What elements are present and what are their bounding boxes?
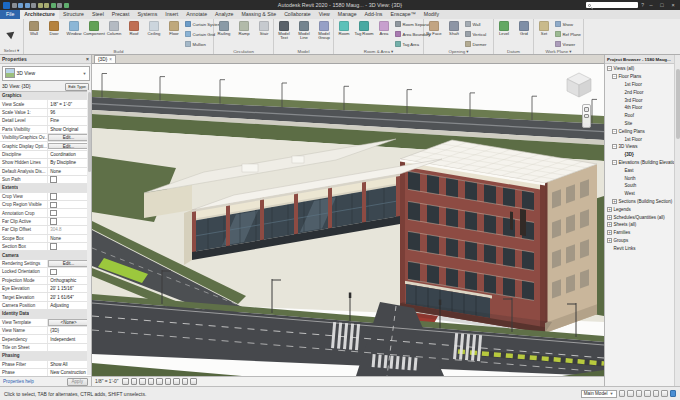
property-row[interactable]: Crop Region Visible [0, 201, 91, 209]
shadows-icon[interactable] [148, 378, 155, 385]
panel-label-build[interactable]: Build [24, 49, 213, 54]
drag-on-selection-icon[interactable] [661, 390, 668, 397]
panel-label-circulation[interactable]: Circulation [214, 49, 273, 54]
ribbon-tool[interactable]: Curtain System [184, 19, 214, 29]
tree-toggle-icon[interactable] [618, 168, 623, 173]
panel-label-select[interactable]: Select ▾ [0, 48, 23, 54]
property-row[interactable]: Camera Position Adjusting [0, 302, 91, 310]
ribbon-tool[interactable]: Ceiling [144, 19, 164, 49]
ribbon-tool[interactable]: Room Separator [394, 19, 424, 29]
ribbon-tool[interactable]: Door [44, 19, 64, 49]
tree-toggle-icon[interactable] [618, 113, 623, 118]
ribbon-tool[interactable]: Model Group [314, 19, 334, 49]
tree-toggle-icon[interactable]: + [607, 230, 612, 235]
property-row[interactable]: Discipline Coordination [0, 151, 91, 159]
default-3d-view-icon[interactable] [51, 3, 56, 8]
property-row[interactable]: Visibility/Graphics Ov... Edit... [0, 134, 91, 142]
property-row[interactable]: Default Analysis Dis... None [0, 168, 91, 176]
property-row[interactable]: View Name {3D} [0, 327, 91, 335]
type-selector[interactable]: 3D View ▼ [2, 66, 90, 81]
properties-help-link[interactable]: Properties help [3, 379, 34, 384]
zoom-icon[interactable] [584, 114, 589, 119]
tree-item[interactable]: {3D} [605, 151, 674, 159]
instance-label[interactable]: 3D View: {3D} [2, 84, 31, 89]
tree-item[interactable]: 1st Floor [605, 81, 674, 89]
section-icon[interactable] [57, 3, 62, 8]
apply-button[interactable]: Apply [67, 378, 89, 386]
tree-item[interactable]: Revit Links [605, 244, 674, 252]
show-crop-icon[interactable] [173, 378, 180, 385]
tag-icon[interactable] [44, 3, 49, 8]
filter-icon[interactable] [670, 390, 677, 397]
tree-toggle-icon[interactable]: + [607, 207, 612, 212]
ribbon-tab[interactable]: Add-Ins [361, 10, 387, 19]
ribbon-tool[interactable]: Tag Room [354, 19, 374, 49]
drawing-area[interactable] [92, 64, 604, 376]
ribbon-tool[interactable]: Stair [254, 19, 274, 49]
tree-item[interactable]: West [605, 190, 674, 198]
ribbon-tool[interactable]: Show [554, 19, 584, 29]
property-row[interactable]: View Template <None> [0, 319, 91, 327]
ribbon-tool[interactable]: Column [104, 19, 124, 49]
tree-item[interactable]: Roof [605, 112, 674, 120]
ribbon-tool[interactable]: Shaft [444, 19, 464, 49]
property-row[interactable]: Locked Orientation [0, 268, 91, 276]
print-icon[interactable] [31, 3, 36, 8]
ribbon-tool[interactable]: Curtain Grid [184, 29, 214, 39]
property-row[interactable]: Rendering Settings Edit... [0, 260, 91, 268]
property-row[interactable]: Crop View [0, 193, 91, 201]
tree-item[interactable]: Site [605, 120, 674, 128]
ribbon-tool[interactable]: Wall [464, 19, 494, 29]
tree-toggle-icon[interactable] [618, 137, 623, 142]
modify-tool[interactable] [0, 19, 23, 48]
ribbon-tab[interactable]: Insert [161, 10, 182, 19]
ribbon-tool[interactable]: By Face [424, 19, 444, 49]
ribbon-tab[interactable]: Enscape™ [386, 10, 419, 19]
tree-toggle-icon[interactable] [618, 176, 623, 181]
tree-toggle-icon[interactable] [618, 121, 623, 126]
tree-item[interactable]: 1st Floor [605, 135, 674, 143]
property-row[interactable]: Eye Elevation 20' 1 15/16" [0, 285, 91, 293]
tree-toggle-icon[interactable] [618, 152, 623, 157]
tree-toggle-icon[interactable] [618, 105, 623, 110]
tree-item[interactable]: − Elevations (Building Elevation) [605, 159, 674, 167]
detail-level-icon[interactable] [122, 378, 129, 385]
undo-icon[interactable] [18, 3, 23, 8]
ribbon-tool[interactable]: Set [534, 19, 554, 49]
revit-menu-icon[interactable] [3, 2, 10, 9]
property-row[interactable]: Graphic Display Opti... Edit... [0, 142, 91, 150]
ribbon-tab[interactable]: File [0, 10, 20, 19]
view-scale-button[interactable]: 1/8" = 1'-0" [95, 379, 118, 384]
ribbon-tool[interactable]: Window [64, 19, 84, 49]
property-row[interactable]: Detail Level Fine [0, 117, 91, 125]
tree-item[interactable]: + Schedules/Quantities (all) [605, 213, 674, 221]
ribbon-tab[interactable]: Systems [133, 10, 161, 19]
ribbon-tool[interactable]: Ramp [234, 19, 254, 49]
property-row[interactable]: View Scale 1/8" = 1'-0" [0, 100, 91, 108]
tree-item[interactable]: + Sections (Building Section) [605, 198, 674, 206]
editable-only-icon[interactable] [636, 390, 643, 397]
tree-toggle-icon[interactable] [618, 183, 623, 188]
steering-wheel-icon[interactable] [584, 107, 589, 112]
tree-item[interactable]: 3rd Floor [605, 96, 674, 104]
property-row[interactable]: Far Clip Offset 304.8 [0, 226, 91, 234]
property-row[interactable]: Scope Box None [0, 235, 91, 243]
tree-toggle-icon[interactable]: − [612, 129, 617, 134]
select-pinned-icon[interactable] [653, 390, 660, 397]
measure-icon[interactable] [38, 3, 43, 8]
navigation-bar[interactable] [582, 104, 591, 128]
ribbon-tool[interactable]: Wall [24, 19, 44, 49]
temporary-hide-icon[interactable] [182, 378, 189, 385]
property-row[interactable]: Sun Path [0, 176, 91, 184]
tree-toggle-icon[interactable] [618, 98, 623, 103]
panel-label-work-plane[interactable]: Work Plane ▾ [534, 49, 583, 54]
ribbon-tab[interactable]: Steel [88, 10, 108, 19]
help-icon[interactable]: ? [641, 2, 644, 8]
property-row[interactable]: Phase New Construction [0, 369, 91, 376]
ribbon-tab[interactable]: View [315, 10, 334, 19]
browser-scrollbar[interactable] [674, 55, 680, 386]
tree-toggle-icon[interactable]: − [612, 160, 617, 165]
property-row[interactable]: Far Clip Active [0, 218, 91, 226]
tree-toggle-icon[interactable]: + [607, 215, 612, 220]
property-row[interactable]: Graphics [0, 92, 91, 100]
